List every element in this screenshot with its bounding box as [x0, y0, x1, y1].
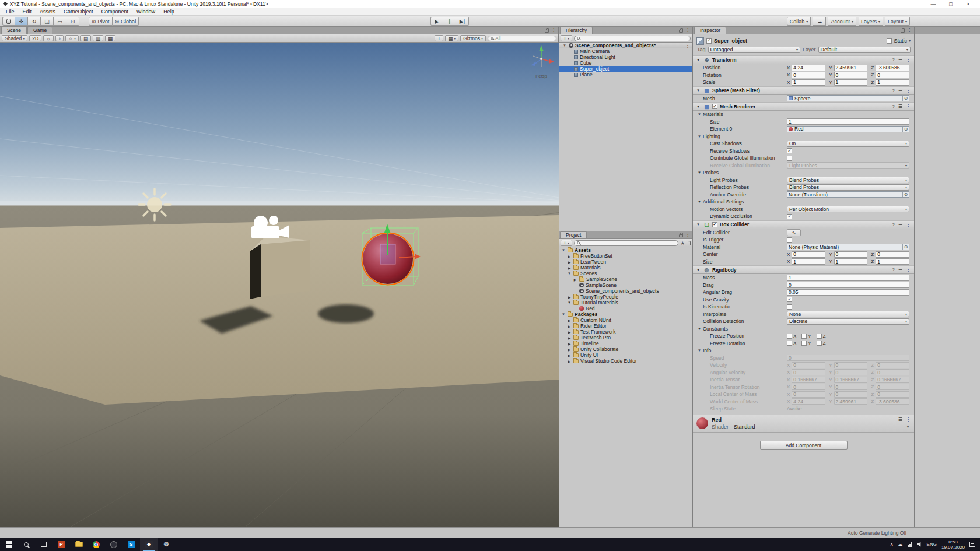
2d-toggle[interactable]: 2D [29, 35, 41, 41]
help-icon[interactable]: ? [892, 222, 894, 227]
foldout-arrow[interactable]: ▶ [567, 353, 572, 357]
grid-toggle-c[interactable]: ▦ [105, 35, 116, 41]
project-item-tutorial-materials[interactable]: ▼Tutorial materials [559, 300, 692, 306]
foldout-arrow[interactable]: ▼ [562, 44, 567, 47]
dropdown-motion-vectors[interactable]: Per Object Motion▾ [787, 206, 909, 212]
app-powerpoint[interactable]: P [52, 538, 70, 551]
preset-icon[interactable]: ☰ [898, 104, 902, 109]
foldout-arrow[interactable]: ▶ [567, 254, 572, 258]
scene-viewport[interactable]: Persp [0, 43, 559, 527]
layout-dropdown[interactable]: Layout▾ [886, 17, 910, 26]
checkbox-contribute-global-illumination[interactable] [787, 156, 792, 161]
layers-dropdown[interactable]: Layers▾ [859, 17, 883, 26]
move-tool[interactable]: ✛ [15, 17, 28, 26]
component-menu-icon[interactable]: ⋮ [906, 57, 911, 62]
project-item-samplescene[interactable]: SampleScene [559, 282, 692, 288]
foldout-arrow[interactable]: ▶ [567, 260, 572, 264]
help-icon[interactable]: ? [892, 88, 894, 93]
object-picker-icon[interactable]: ⊙ [902, 192, 909, 197]
tab-inspector[interactable]: Inspector [694, 27, 726, 34]
project-item-visual-studio-code-editor[interactable]: ▶Visual Studio Code Editor [559, 358, 692, 364]
field-position-x[interactable]: 4.24 [792, 65, 825, 71]
rect-tool[interactable]: ▭ [54, 17, 66, 26]
project-item-red[interactable]: Red [559, 306, 692, 311]
grid-toggle-a[interactable]: ▤ [80, 35, 91, 41]
freeze-freeze-rotation-x[interactable] [787, 341, 792, 346]
component-menu-icon[interactable]: ⋮ [906, 88, 911, 93]
foldout-arrow[interactable]: ▼ [696, 268, 701, 272]
component-header[interactable]: ▼◍Rigidbody?☰⋮ [693, 265, 914, 274]
object-picker-icon[interactable]: ⊙ [902, 127, 909, 132]
gizmos-dropdown[interactable]: Gizmos▾ [460, 35, 486, 41]
rotate-tool[interactable]: ↻ [28, 17, 41, 26]
pause-button[interactable]: ∥ [443, 17, 456, 26]
dropdown-light-probes[interactable]: Blend Probes▾ [787, 177, 909, 183]
field-position-z[interactable]: -3.600586 [876, 65, 909, 71]
menu-edit[interactable]: Edit [19, 8, 36, 16]
project-search-input[interactable] [574, 240, 678, 246]
menu-help[interactable]: Help [159, 8, 178, 16]
foldout-arrow[interactable]: ▶ [567, 318, 572, 322]
scene-menu-icon[interactable]: ⋮ [685, 43, 693, 48]
hand-tool[interactable] [2, 17, 15, 26]
foldout-arrow[interactable]: ▶ [567, 330, 572, 334]
menu-component[interactable]: Component [97, 8, 133, 16]
preset-icon[interactable]: ☰ [898, 417, 902, 422]
projection-label[interactable]: Persp [536, 73, 547, 79]
freeze-freeze-rotation-z[interactable] [817, 341, 822, 346]
app-settings[interactable]: ☸ [158, 538, 175, 551]
checkbox-is-trigger[interactable] [787, 237, 792, 243]
component-menu-icon[interactable]: ⋮ [906, 267, 911, 272]
foldout-arrow[interactable]: ▶ [567, 324, 572, 328]
global-button[interactable]: ⊚Global [113, 17, 139, 26]
step-button[interactable]: ▶| [456, 17, 469, 26]
preset-icon[interactable]: ☰ [898, 267, 902, 272]
field-size-y[interactable]: 1 [834, 258, 868, 265]
task-view-button[interactable] [35, 538, 52, 551]
create-asset-dropdown[interactable]: +▾ [561, 240, 572, 246]
panel-menu-icon[interactable]: ⋮ [907, 27, 912, 33]
camera-settings-dropdown[interactable]: ▦▾ [445, 35, 459, 41]
taskbar-clock[interactable]: 0:5319.07.2020 [942, 539, 965, 550]
project-item-rider-editor[interactable]: ▶Rider Editor [559, 323, 692, 329]
account-dropdown[interactable]: Account▾ [828, 17, 856, 26]
project-item-samplescene[interactable]: ▶SampleScene [559, 276, 692, 282]
app-chrome[interactable] [88, 538, 105, 551]
help-icon[interactable]: ? [892, 104, 894, 109]
project-item-test-framework[interactable]: ▶Test Framework [559, 329, 692, 335]
center-tool-button[interactable]: + [435, 35, 443, 41]
field-size-x[interactable]: 1 [792, 258, 825, 265]
cube-object[interactable] [250, 236, 310, 299]
foldout-arrow[interactable]: ▶ [567, 266, 572, 270]
panel-menu-icon[interactable]: ⋮ [685, 27, 690, 33]
project-item-scenes[interactable]: ▼Scenes [559, 271, 692, 276]
favorites-icon[interactable]: ★ [680, 240, 685, 246]
hierarchy-item-super-object[interactable]: Super_object [559, 66, 692, 72]
checkbox-dynamic-occlusion[interactable]: ✓ [787, 214, 792, 219]
freeze-freeze-position-z[interactable] [817, 334, 822, 339]
foldout-materials[interactable]: ▼Materials [693, 111, 914, 118]
checkbox-receive-shadows[interactable]: ✓ [787, 148, 792, 153]
menu-gameobject[interactable]: GameObject [60, 8, 97, 16]
collab-dropdown[interactable]: Collab▾ [787, 17, 811, 26]
dropdown-reflection-probes[interactable]: Blend Probes▾ [787, 184, 909, 191]
field-center-z[interactable]: 0 [876, 251, 909, 258]
field-position-y[interactable]: 2.459961 [834, 65, 868, 71]
field-rotation-x[interactable]: 0 [792, 72, 825, 78]
scene-lighting-toggle[interactable]: ☼ [43, 35, 54, 41]
field-mass[interactable]: 1 [787, 275, 909, 281]
field-size-z[interactable]: 1 [876, 258, 909, 265]
network-icon[interactable] [908, 542, 912, 547]
static-checkbox[interactable] [887, 38, 892, 44]
panel-menu-icon[interactable]: ⋮ [551, 27, 556, 33]
preset-icon[interactable]: ☰ [898, 57, 902, 62]
field-scale-y[interactable]: 1 [834, 79, 868, 86]
shaded-dropdown[interactable]: Shaded▾ [2, 35, 27, 41]
menu-window[interactable]: Window [132, 8, 159, 16]
foldout-arrow[interactable]: ▶ [573, 278, 578, 282]
panel-menu-icon[interactable]: ⋮ [685, 232, 690, 237]
app-file-explorer[interactable] [70, 538, 88, 551]
object-field-element-0[interactable]: Red⊙ [787, 126, 909, 132]
cloud-button[interactable]: ☁ [813, 17, 826, 26]
maximize-button[interactable]: □ [942, 1, 960, 7]
